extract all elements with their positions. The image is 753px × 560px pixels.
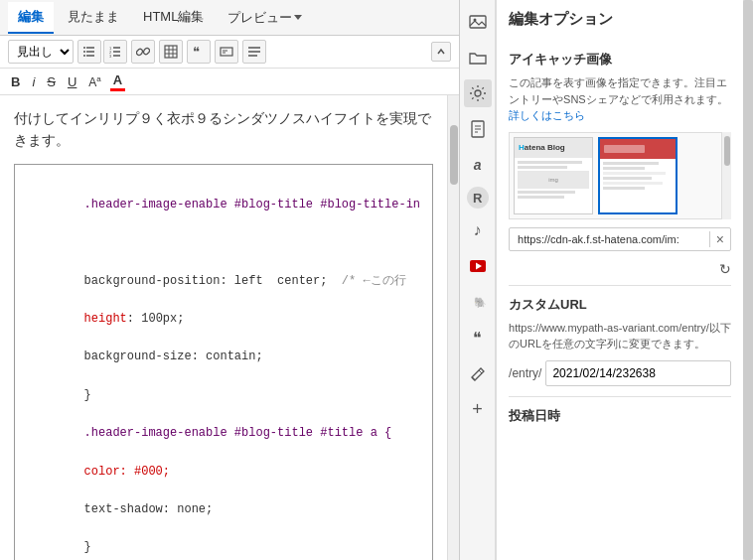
tab-wysiwyg[interactable]: 見たまま xyxy=(58,2,129,34)
quote-icon[interactable]: ❝ xyxy=(464,324,492,351)
editor-tabs: 編集 見たまま HTML編集 プレビュー xyxy=(0,0,459,36)
section-divider-2 xyxy=(509,396,731,397)
collapse-toolbar-button[interactable] xyxy=(431,42,451,62)
ordered-list-button[interactable]: 123 xyxy=(103,40,127,64)
folder-icon[interactable] xyxy=(464,44,492,71)
link-button[interactable] xyxy=(131,40,155,64)
eyecatch-url-text: https://cdn-ak.f.st-hatena.com/im: xyxy=(510,228,709,250)
evernote-icon[interactable]: 🐘 xyxy=(464,288,492,316)
music-icon[interactable]: ♪ xyxy=(464,216,492,244)
section-divider xyxy=(509,285,731,286)
editor-scrollbar[interactable] xyxy=(447,95,459,560)
svg-text:❝: ❝ xyxy=(193,45,200,59)
format-toolbar: B i S U Aa A xyxy=(0,69,459,95)
eyecatch-link[interactable]: 詳しくはこちら xyxy=(509,109,585,121)
editor-content[interactable]: 付けしてインリリプ９く衣ポ９るシンダツノスハイフイトを実現できます。 .head… xyxy=(0,95,447,560)
image-icon[interactable] xyxy=(464,8,492,36)
custom-url-description: https://www.mypath-as-variant.com/entry/… xyxy=(509,320,731,352)
image-area-scrollbar[interactable] xyxy=(721,132,731,219)
post-date-section-title: 投稿日時 xyxy=(509,407,731,425)
editor-paragraph: 付けしてインリリプ９く衣ポ９るシンダツノスハイフイトを実現できます。 xyxy=(14,107,433,152)
code-block[interactable]: .header-image-enable #blog-title #blog-t… xyxy=(14,164,433,560)
toolbar-row1: 見出し 段落 H1 H2 H3 123 ❝ xyxy=(0,36,459,69)
svg-text:3: 3 xyxy=(109,54,112,59)
svg-line-36 xyxy=(472,377,475,380)
tab-html[interactable]: HTML編集 xyxy=(133,2,214,34)
svg-point-27 xyxy=(475,90,481,96)
heading-group: 見出し 段落 H1 H2 H3 xyxy=(8,40,74,64)
url-prefix-label: /entry/ xyxy=(509,366,541,380)
table-button[interactable] xyxy=(159,40,183,64)
underline-button[interactable]: U xyxy=(65,73,79,90)
unordered-list-button[interactable] xyxy=(77,40,101,64)
bold-button[interactable]: B xyxy=(8,73,23,90)
youtube-icon[interactable] xyxy=(464,252,492,280)
image-thumb-hatena[interactable]: Hatena Blog img xyxy=(514,137,593,214)
eyecatch-section-title: アイキャッチ画像 xyxy=(509,51,731,69)
options-panel: 編集オプション アイキャッチ画像 この記事を表す画像を指定できます。注目エントリ… xyxy=(496,0,743,560)
svg-rect-25 xyxy=(470,16,486,28)
code-button[interactable] xyxy=(215,40,238,64)
eyecatch-description: この記事を表す画像を指定できます。注目エントリーやSNSシェアなどで利用されます… xyxy=(509,74,731,124)
side-icon-strip: a R ♪ 🐘 ❝ + xyxy=(460,0,496,560)
svg-text:🐘: 🐘 xyxy=(474,296,487,309)
tab-edit[interactable]: 編集 xyxy=(8,2,54,34)
image-thumb-selected[interactable] xyxy=(598,137,678,214)
italic-button[interactable]: i xyxy=(29,73,38,90)
r-icon[interactable]: R xyxy=(467,187,489,209)
scrollbar-thumb[interactable] xyxy=(450,125,458,185)
list-group: 123 xyxy=(77,40,127,64)
align-button[interactable] xyxy=(242,40,266,64)
custom-url-section-title: カスタムURL xyxy=(509,296,731,314)
pencil-icon[interactable] xyxy=(464,359,492,387)
svg-point-5 xyxy=(83,55,85,57)
eyecatch-url-area: https://cdn-ak.f.st-hatena.com/im: × xyxy=(509,227,731,251)
editor-area: 付けしてインリリプ９く衣ポ９るシンダツノスハイフイトを実現できます。 .head… xyxy=(0,95,459,560)
image-scrollbar-thumb[interactable] xyxy=(724,136,730,166)
refresh-icon[interactable]: ↻ xyxy=(719,261,731,277)
heading-select[interactable]: 見出し 段落 H1 H2 H3 xyxy=(8,40,74,64)
eyecatch-url-clear-button[interactable]: × xyxy=(709,231,730,247)
quote-button[interactable]: ❝ xyxy=(187,40,211,64)
svg-point-4 xyxy=(83,51,85,53)
svg-rect-19 xyxy=(221,48,232,56)
svg-line-37 xyxy=(479,370,482,373)
custom-url-input[interactable] xyxy=(545,360,731,386)
plus-icon[interactable]: + xyxy=(464,395,492,423)
chevron-down-icon xyxy=(294,15,302,20)
tab-preview-dropdown[interactable]: プレビュー xyxy=(218,3,312,33)
options-title: 編集オプション xyxy=(509,10,613,29)
settings-icon[interactable] xyxy=(464,79,492,107)
document-icon[interactable] xyxy=(464,115,492,143)
color-button[interactable]: A xyxy=(110,71,125,91)
amazon-icon[interactable]: a xyxy=(464,151,492,179)
strikethrough-button[interactable]: S xyxy=(44,73,59,90)
superscript-button[interactable]: Aa xyxy=(85,73,103,90)
custom-url-entry-row: /entry/ xyxy=(509,360,731,386)
svg-point-3 xyxy=(83,47,85,49)
svg-rect-13 xyxy=(165,46,177,58)
